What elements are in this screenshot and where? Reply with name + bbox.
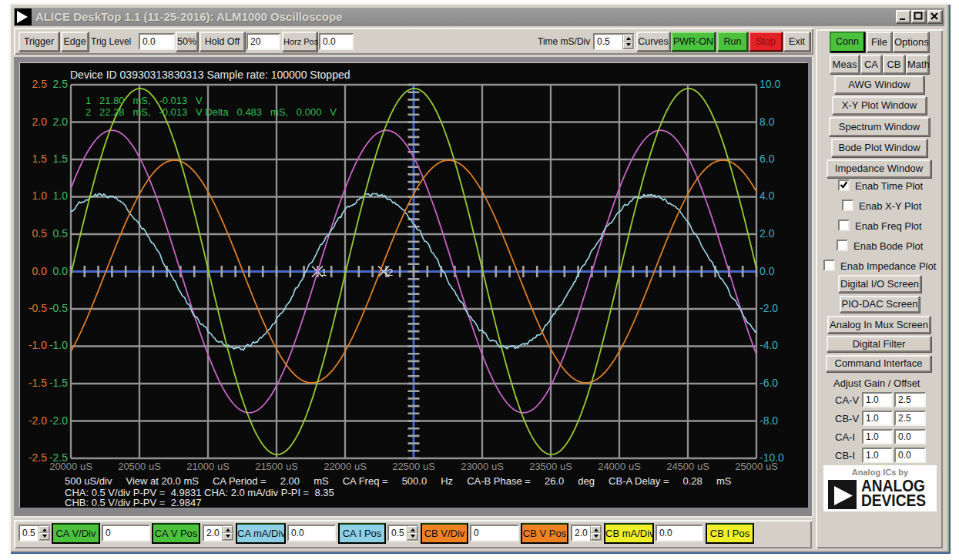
svg-text:1: 1 [321, 267, 327, 278]
svg-text:2: 2 [387, 267, 393, 278]
